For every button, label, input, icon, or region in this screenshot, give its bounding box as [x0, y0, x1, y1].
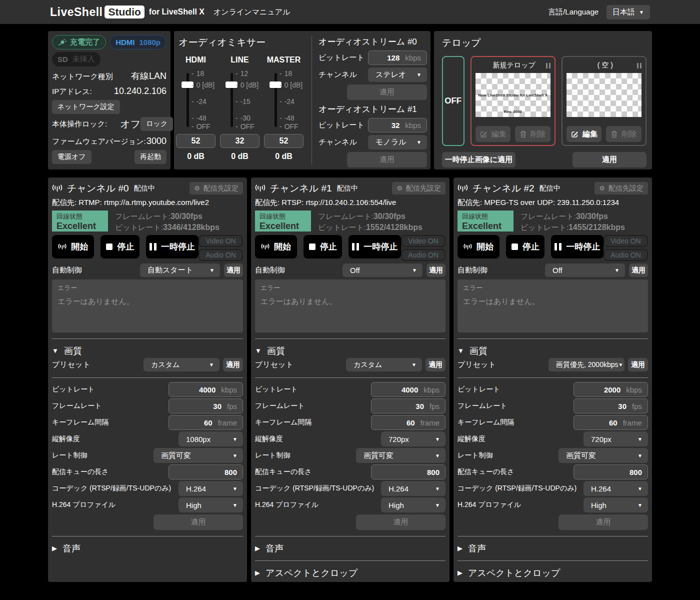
channel-2-audio-on-button[interactable]: Audio ON [604, 249, 648, 261]
telop-card-1-delete-button[interactable]: 削除 [606, 126, 642, 142]
audio-stream-1-apply-button[interactable]: 適用 [347, 152, 427, 168]
network-settings-button[interactable]: ネットワーク設定 [52, 100, 120, 114]
channel-0-video-on-button[interactable]: Video ON [198, 235, 243, 247]
hdmi-volume-value[interactable]: 52 [176, 134, 216, 148]
channel-1-audio-section-header[interactable]: ▶ 音声 [255, 542, 446, 554]
channel-0-quality-section-header[interactable]: ▼ 画質 [52, 345, 243, 357]
audio-stream-1-bitrate-input[interactable]: 32 kbps [368, 118, 427, 132]
channel-0-dest-settings-button[interactable]: ⚙ 配信先設定 [190, 182, 243, 194]
channel-1-audio-on-button[interactable]: Audio ON [401, 249, 446, 261]
channel-1-resolution-select[interactable]: 720px ▼ [381, 432, 446, 446]
audio-stream-0-channel-select[interactable]: ステレオ ▼ [368, 68, 427, 82]
power-off-button[interactable]: 電源オフ [52, 150, 92, 164]
telop-card-0[interactable]: 新規テロップ New LiveShell Studio for LiveShel… [470, 56, 556, 146]
hdmi-fader[interactable]: -18 -0 [dB] --24 --48 -OFF [176, 72, 216, 128]
channel-2-profile-select[interactable]: High ▼ [584, 498, 648, 512]
channel-1-codec-select[interactable]: H.264 ▼ [381, 481, 446, 496]
channel-2-quality-section-header[interactable]: ▼ 画質 [458, 345, 648, 357]
channel-0-preset-apply-button[interactable]: 適用 [223, 358, 243, 372]
channel-2-dest-settings-button[interactable]: ⚙ 配信先設定 [594, 182, 648, 194]
channel-1-preset-apply-button[interactable]: 適用 [426, 358, 446, 372]
audio-stream-1-channel-select[interactable]: モノラル ▼ [368, 135, 427, 150]
channel-0-codec-select[interactable]: H.264 ▼ [178, 481, 243, 496]
telop-card-1-edit-button[interactable]: 編集 [566, 126, 602, 142]
channel-2-preset-apply-button[interactable]: 適用 [628, 358, 648, 372]
channel-2-auto-control-select[interactable]: Off ▼ [545, 264, 625, 277]
channel-2-aspect-section-header[interactable]: ▶ アスペクトとクロップ [458, 567, 648, 579]
channel-1-quality-apply-button[interactable]: 適用 [356, 514, 446, 530]
telop-off-button[interactable]: OFF [442, 56, 464, 146]
line-fader[interactable]: -12 -0 [dB] --15 --30 -OFF [220, 72, 260, 128]
online-manual-link[interactable]: オンラインマニュアル [214, 8, 290, 17]
trash-icon [611, 130, 618, 138]
telop-card-0-delete-button[interactable]: 削除 [515, 126, 550, 142]
channel-1-auto-apply-button[interactable]: 適用 [426, 264, 446, 277]
channel-0-pause-button[interactable]: 一時停止 [146, 235, 198, 258]
channel-1-pause-button[interactable]: 一時停止 [348, 235, 401, 258]
channel-0-bitrate-input[interactable]: 4000 kbps [168, 382, 243, 397]
channel-2-keyframe-input[interactable]: 60 frame [574, 415, 648, 430]
master-fader[interactable]: -18 -0 [dB] --24 --48 -OFF [264, 72, 304, 128]
channel-1-rate-control-select[interactable]: 画質可変 ▼ [356, 448, 446, 463]
channel-2-quality-apply-button[interactable]: 適用 [558, 514, 648, 530]
channel-0-resolution-select[interactable]: 1080px ▼ [178, 432, 243, 446]
channel-0-framerate-input[interactable]: 30 fps [168, 398, 243, 414]
channel-1-error-box[interactable]: エラー エラーはありません。 [255, 280, 446, 332]
channel-2-audio-section-header[interactable]: ▶ 音声 [458, 542, 648, 554]
channel-2-auto-apply-button[interactable]: 適用 [629, 264, 648, 277]
channel-1-stop-button[interactable]: 停止 [304, 235, 342, 258]
telop-card-1[interactable]: ( 空 ) 編集 削除 [562, 56, 646, 146]
channel-0-preset-select[interactable]: カスタム ▼ [144, 358, 220, 372]
channel-0-stop-button[interactable]: 停止 [100, 235, 140, 258]
language-select[interactable]: 日本語 ▼ [606, 5, 650, 20]
channel-0-keyframe-input[interactable]: 60 frame [168, 415, 243, 430]
audio-stream-0-bitrate-input[interactable]: 128 kbps [368, 50, 427, 65]
channel-1-framerate-input[interactable]: 30 fps [371, 398, 446, 414]
channel-2-start-button[interactable]: 開始 [458, 235, 500, 258]
channel-0-bitrate: 3346/4128kbps [163, 223, 220, 232]
channel-1-dest-settings-button[interactable]: ⚙ 配信先設定 [392, 182, 446, 194]
channel-0-rate-control-select[interactable]: 画質可変 ▼ [154, 448, 243, 463]
channel-1-quality-section-header[interactable]: ▼ 画質 [255, 345, 446, 357]
channel-1-preset-select[interactable]: カスタム ▼ [346, 358, 422, 372]
telop-card-0-edit-button[interactable]: 編集 [476, 126, 511, 142]
channel-2-framerate-input[interactable]: 30 fps [574, 398, 648, 414]
line-volume-value[interactable]: 32 [220, 134, 260, 148]
channel-0-start-button[interactable]: 開始 [52, 235, 94, 258]
channel-0-audio-on-button[interactable]: Audio ON [198, 249, 243, 261]
master-volume-value[interactable]: 52 [264, 134, 304, 148]
channel-2-bitrate-input[interactable]: 2000 kbps [574, 382, 648, 397]
channel-2-stop-button[interactable]: 停止 [506, 235, 544, 258]
channel-0-queue-input[interactable]: 800 [168, 464, 243, 480]
channel-0-auto-apply-button[interactable]: 適用 [224, 264, 243, 277]
channel-1-aspect-section-header[interactable]: ▶ アスペクトとクロップ [255, 567, 446, 579]
channel-1-auto-control-select[interactable]: Off ▼ [342, 264, 422, 277]
telop-apply-pause-button[interactable]: 一時停止画像に適用 [442, 152, 516, 168]
channel-1-profile-select[interactable]: High ▼ [381, 498, 446, 512]
channel-2-resolution-select[interactable]: 720px ▼ [584, 432, 648, 446]
reboot-button[interactable]: 再起動 [134, 150, 166, 164]
channel-2-video-on-button[interactable]: Video ON [604, 235, 648, 247]
channel-1-keyframe-input[interactable]: 60 frame [371, 415, 446, 430]
channel-2-error-box[interactable]: エラー エラーはありません。 [458, 280, 648, 332]
chevron-down-icon: ▼ [638, 436, 642, 442]
channel-2-rate-control-select[interactable]: 画質可変 ▼ [558, 448, 648, 463]
channel-1-start-button[interactable]: 開始 [255, 235, 297, 258]
telop-apply-button[interactable]: 適用 [572, 152, 646, 168]
channel-1-name: チャンネル #1 [270, 182, 332, 195]
channel-2-queue-input[interactable]: 800 [574, 464, 648, 480]
channel-0-profile-select[interactable]: High ▼ [178, 498, 243, 512]
channel-2-pause-button[interactable]: 一時停止 [551, 235, 604, 258]
channel-0-auto-control-select[interactable]: 自動スタート ▼ [140, 264, 220, 277]
channel-0-audio-section-header[interactable]: ▶ 音声 [52, 542, 243, 554]
audio-stream-0-apply-button[interactable]: 適用 [347, 84, 427, 100]
channel-1-bitrate-input[interactable]: 4000 kbps [371, 382, 446, 397]
channel-2-codec-select[interactable]: H.264 ▼ [584, 481, 648, 496]
channel-1-queue-input[interactable]: 800 [371, 464, 446, 480]
channel-2-preset-select[interactable]: 画質優先, 2000kbps ▼ [548, 358, 624, 372]
gear-icon: ⚙ [599, 184, 605, 192]
channel-1-video-on-button[interactable]: Video ON [401, 235, 446, 247]
channel-0-error-box[interactable]: エラー エラーはありません。 [52, 280, 243, 332]
lock-button[interactable]: ロック [140, 117, 173, 131]
channel-0-quality-apply-button[interactable]: 適用 [154, 514, 243, 530]
